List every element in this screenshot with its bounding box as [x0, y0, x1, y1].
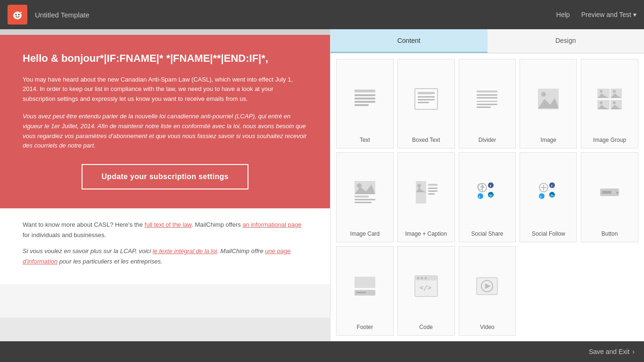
svg-text:f: f: [490, 184, 491, 188]
svg-point-23: [600, 90, 603, 93]
block-code[interactable]: </> Code: [397, 246, 455, 336]
bottom-bar: Save and Exit ›: [0, 341, 644, 362]
svg-rect-46: [428, 193, 435, 195]
block-image-card[interactable]: Image Card: [336, 152, 394, 242]
block-image-card-label: Image Card: [350, 230, 380, 237]
content-blocks-grid: Text Boxed Text: [330, 53, 644, 341]
template-title: Untitled Template: [35, 11, 556, 19]
svg-rect-11: [418, 99, 435, 100]
footer-block-icon: [340, 252, 389, 320]
block-divider-label: Divider: [479, 137, 496, 143]
text-block-icon: [340, 65, 389, 133]
mailchimp-logo: [8, 5, 27, 25]
email-top-bar: [0, 29, 330, 35]
svg-rect-13: [477, 90, 497, 92]
video-block-icon: [463, 252, 512, 320]
svg-rect-38: [355, 199, 375, 200]
block-image-caption-label: Image + Caption: [405, 230, 447, 237]
block-button[interactable]: Button: [581, 152, 638, 242]
block-video-label: Video: [480, 324, 494, 330]
svg-point-26: [613, 90, 616, 93]
email-preview: Hello & bonjour*|IF:FNAME|* *|FNAME|**|E…: [0, 29, 330, 341]
panel-tabs: Content Design: [330, 29, 644, 53]
tab-content[interactable]: Content: [330, 29, 487, 53]
svg-rect-4: [355, 94, 375, 96]
topnav-actions: Help Preview and Test ▾: [556, 11, 636, 18]
block-boxed-text-label: Boxed Text: [412, 137, 440, 143]
email-heading: Hello & bonjour*|IF:FNAME|* *|FNAME|**|E…: [23, 52, 307, 66]
block-video[interactable]: Video: [459, 246, 516, 336]
svg-rect-67: [355, 277, 375, 288]
block-text-label: Text: [360, 137, 370, 143]
code-block-icon: </>: [402, 252, 451, 320]
subscription-cta-button[interactable]: Update your subscription settings: [82, 164, 248, 189]
svg-rect-5: [355, 98, 375, 99]
image-caption-block-icon: [402, 158, 451, 226]
svg-rect-14: [477, 94, 497, 96]
svg-rect-6: [355, 101, 375, 103]
help-button[interactable]: Help: [556, 11, 570, 18]
svg-text:in: in: [489, 194, 492, 197]
svg-rect-17: [477, 104, 497, 105]
full-text-law-link[interactable]: full text of the law: [145, 221, 192, 228]
svg-rect-66: [602, 191, 611, 194]
svg-point-74: [424, 277, 427, 279]
right-panel: Content Design Text: [330, 29, 644, 341]
block-image[interactable]: Image: [520, 59, 577, 148]
social-share-block-icon: f in t: [463, 158, 512, 226]
svg-rect-7: [355, 104, 369, 106]
divider-block-icon: [463, 65, 512, 133]
block-social-follow-label: Social Follow: [532, 230, 565, 237]
svg-rect-15: [477, 97, 497, 99]
svg-point-72: [417, 277, 419, 279]
svg-rect-37: [355, 196, 369, 197]
save-exit-button[interactable]: Save and Exit ›: [589, 348, 635, 355]
svg-rect-45: [428, 190, 438, 192]
preview-test-button[interactable]: Preview and Test ▾: [581, 11, 636, 18]
email-body-en: You may have heard about the new Canadia…: [23, 75, 307, 104]
svg-point-1: [16, 14, 17, 16]
tab-design[interactable]: Design: [487, 29, 644, 53]
topnav: Untitled Template Help Preview and Test …: [0, 0, 644, 29]
chevron-right-icon: ›: [632, 348, 635, 355]
block-boxed-text[interactable]: Boxed Text: [397, 59, 455, 148]
svg-rect-12: [418, 102, 429, 103]
block-text[interactable]: Text: [336, 59, 394, 148]
block-image-group-label: Image Group: [593, 137, 626, 143]
social-follow-block-icon: f in t: [524, 158, 573, 226]
svg-point-32: [613, 101, 616, 104]
email-button-wrap: Update your subscription settings: [23, 164, 307, 189]
image-group-block-icon: [585, 65, 634, 133]
chevron-down-icon: ▾: [633, 11, 636, 18]
svg-rect-18: [477, 107, 491, 108]
button-block-icon: [585, 158, 634, 226]
block-footer[interactable]: Footer: [336, 246, 394, 336]
image-card-block-icon: [340, 158, 389, 226]
svg-point-2: [18, 14, 20, 16]
svg-rect-10: [418, 96, 435, 98]
svg-rect-3: [355, 90, 375, 92]
svg-text:in: in: [551, 194, 553, 197]
svg-point-41: [417, 184, 421, 188]
svg-point-63: [539, 193, 545, 199]
block-image-group[interactable]: Image Group: [581, 59, 638, 148]
block-button-label: Button: [602, 230, 618, 237]
email-red-section: Hello & bonjour*|IF:FNAME|* *|FNAME|**|E…: [0, 35, 330, 208]
image-block-icon: [524, 65, 573, 133]
block-image-label: Image: [541, 137, 556, 143]
block-divider[interactable]: Divider: [459, 59, 516, 148]
svg-rect-43: [428, 184, 438, 186]
boxed-text-block-icon: [402, 65, 451, 133]
svg-rect-69: [356, 292, 366, 293]
svg-text:f: f: [551, 184, 553, 188]
svg-rect-9: [418, 92, 435, 94]
email-bottom-fr: Si vous voulez en savoir plus sur la LCA…: [23, 246, 307, 267]
texte-integral-link[interactable]: le texte intégral de la loi: [153, 247, 217, 255]
svg-point-53: [478, 193, 483, 199]
block-image-caption[interactable]: Image + Caption: [397, 152, 455, 242]
info-page-link[interactable]: an informational page: [242, 221, 301, 228]
svg-point-73: [421, 277, 423, 279]
block-social-follow[interactable]: f in t Social Follow: [520, 152, 577, 242]
block-social-share[interactable]: f in t Social Share: [459, 152, 516, 242]
svg-rect-44: [428, 188, 438, 189]
